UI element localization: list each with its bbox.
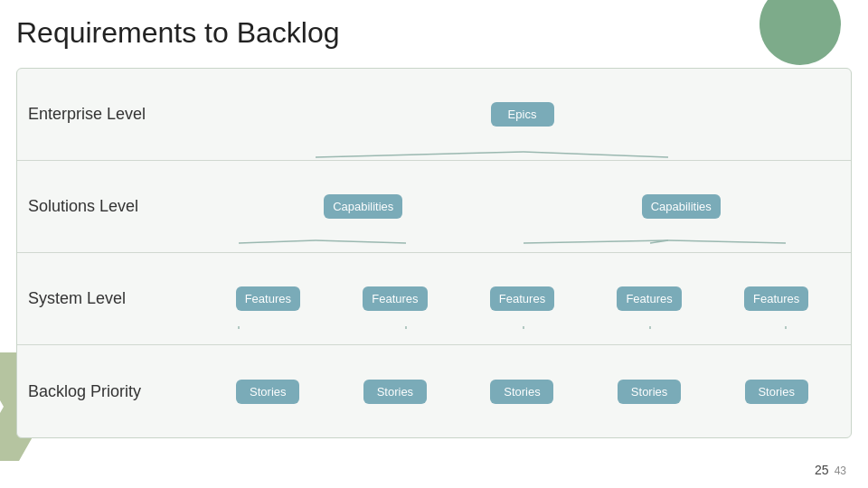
stories-node-3: Stories [490,380,553,404]
features-node-5: Features [744,286,808,311]
features-node-4: Features [617,286,681,311]
capabilities-node-1: Capabilities [324,194,402,219]
epics-node: Epics [491,102,554,127]
features-node-3: Features [490,286,554,311]
backlog-label: Backlog Priority [28,382,204,401]
solutions-nodes: Capabilities Capabilities [204,161,840,252]
row-system: System Level Features Features Features … [17,253,851,345]
stories-node-2: Stories [363,380,427,404]
diagram: Enterprise Level Epics Solutions Level C… [16,68,852,438]
backlog-nodes: Stories Stories Stories Stories Stories [204,345,840,437]
system-label: System Level [28,289,204,308]
features-node-2: Features [363,286,427,311]
page-main: 25 [815,463,829,477]
solutions-label: Solutions Level [28,197,204,216]
page-secondary: 43 [835,465,846,477]
stories-node-5: Stories [745,380,808,404]
features-node-1: Features [236,286,300,311]
stories-node-4: Stories [618,380,681,404]
enterprise-label: Enterprise Level [28,105,204,124]
row-solutions: Solutions Level Capabilities Capabilitie… [17,161,851,253]
deco-circle [760,0,841,65]
page-numbers: 25 43 [815,463,846,477]
row-enterprise: Enterprise Level Epics [17,69,851,161]
stories-node-1: Stories [236,380,299,404]
enterprise-nodes: Epics [204,69,840,160]
page-title: Requirements to Backlog [16,16,340,50]
capabilities-node-2: Capabilities [642,194,721,219]
row-backlog: Backlog Priority Stories Stories Stories… [17,345,851,437]
system-nodes: Features Features Features Features Feat… [204,253,840,344]
